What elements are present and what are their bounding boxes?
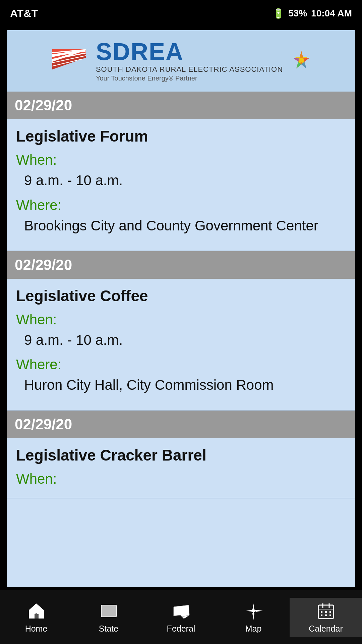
svg-rect-32 [329,614,331,616]
nav-item-state[interactable]: State [72,598,145,637]
logo-fullname: SOUTH DAKOTA RURAL ELECTRIC ASSOCIATION [96,65,283,74]
svg-rect-28 [325,611,327,613]
where-value-2: Huron City Hall, City Commission Room [24,375,346,395]
date-header-3: 02/29/20 [7,411,355,438]
status-right: 🔋 53% 10:04 AM [273,8,352,19]
nav-item-map[interactable]: Map [217,598,290,637]
svg-marker-21 [254,610,263,612]
event-title-1: Legislative Forum [16,127,346,145]
logo-name: SDREA [96,40,184,64]
logo-text-group: SDREA SOUTH DAKOTA RURAL ELECTRIC ASSOCI… [96,40,283,82]
state-icon [99,601,119,621]
nav-federal-label: Federal [167,624,195,634]
battery-label: 53% [288,8,307,19]
nav-map-label: Map [245,624,262,634]
svg-marker-19 [252,612,254,620]
svg-rect-30 [321,614,322,616]
when-value-2: 9 a.m. - 10 a.m. [24,330,346,350]
nav-item-calendar[interactable]: Calendar [290,598,362,637]
status-bar: AT&T 🔋 53% 10:04 AM [0,0,362,27]
when-label-1: When: [16,152,346,168]
event-card-3[interactable]: Legislative Cracker Barrel When: [7,438,355,498]
nav-item-federal[interactable]: Federal [145,598,217,637]
svg-rect-17 [101,605,116,617]
battery-icon: 🔋 [273,8,284,19]
date-header-2: 02/29/20 [7,251,355,279]
where-label-1: Where: [16,197,346,213]
federal-icon [171,601,191,621]
svg-rect-29 [329,611,331,613]
logo-tagline: Your Touchstone Energy® Partner [96,74,197,82]
when-label-2: When: [16,312,346,328]
bottom-nav: Home State Federal [0,590,362,644]
map-icon [243,601,263,621]
event-card-1[interactable]: Legislative Forum When: 9 a.m. - 10 a.m.… [7,119,355,251]
nav-calendar-label: Calendar [309,624,343,634]
nav-item-home[interactable]: Home [0,598,72,637]
event-title-3: Legislative Cracker Barrel [16,446,346,464]
sdrea-flag-icon [49,48,89,74]
svg-rect-16 [35,614,39,619]
event-card-2[interactable]: Legislative Coffee When: 9 a.m. - 10 a.m… [7,279,355,411]
where-value-1: Brookings City and County Government Cen… [24,216,346,236]
carrier-label: AT&T [10,7,38,20]
when-label-3: When: [16,471,346,487]
events-list: 02/29/20 Legislative Forum When: 9 a.m. … [7,92,355,587]
home-icon [26,601,46,621]
date-header-1: 02/29/20 [7,92,355,119]
logo-content: SDREA SOUTH DAKOTA RURAL ELECTRIC ASSOCI… [49,40,313,82]
svg-rect-27 [321,611,322,613]
event-title-2: Legislative Coffee [16,287,346,305]
logo-area: SDREA SOUTH DAKOTA RURAL ELECTRIC ASSOCI… [7,30,355,92]
content-card: SDREA SOUTH DAKOTA RURAL ELECTRIC ASSOCI… [7,30,355,587]
svg-rect-31 [325,614,327,616]
when-value-1: 9 a.m. - 10 a.m. [24,171,346,191]
calendar-icon [316,601,336,621]
time-label: 10:04 AM [311,8,352,19]
nav-home-label: Home [25,624,48,634]
svg-point-22 [252,609,255,612]
touchstone-icon [290,49,313,73]
where-label-2: Where: [16,357,346,373]
main-container: SDREA SOUTH DAKOTA RURAL ELECTRIC ASSOCI… [0,27,362,590]
nav-state-label: State [99,624,118,634]
